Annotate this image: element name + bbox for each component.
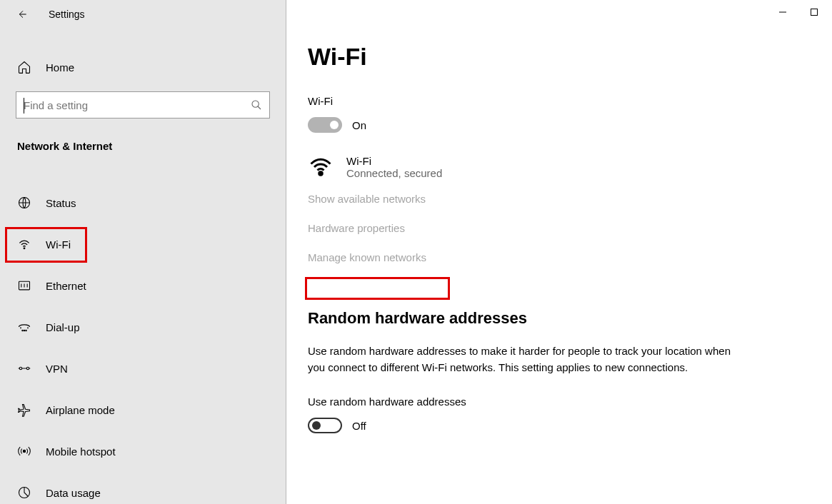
random-hw-toggle[interactable] (308, 418, 342, 433)
svg-point-5 (24, 330, 24, 331)
back-icon[interactable] (17, 9, 29, 20)
network-name: Wi-Fi (346, 155, 442, 167)
wifi-toggle-state: On (352, 119, 366, 131)
airplane-icon (17, 403, 31, 417)
home-icon (17, 60, 31, 74)
status-icon (17, 196, 31, 210)
window-controls (765, 0, 832, 24)
random-hw-toggle-label: Use random hardware addresses (308, 395, 736, 408)
toggle-knob (312, 421, 321, 430)
nav-item-label: Wi-Fi (46, 238, 71, 251)
network-status-text: Connected, secured (346, 167, 442, 179)
toggle-knob (330, 121, 339, 129)
svg-point-6 (26, 330, 26, 331)
nav-list: Status Wi-Fi Ethernet D (0, 182, 286, 504)
link-manage-known-networks[interactable]: Manage known networks (308, 251, 426, 263)
svg-point-4 (22, 330, 23, 331)
random-hw-toggle-state: Off (352, 420, 366, 432)
nav-item-ethernet[interactable]: Ethernet (0, 265, 286, 306)
random-hw-title: Random hardware addresses (308, 309, 736, 328)
link-show-available[interactable]: Show available networks (308, 193, 426, 205)
svg-point-0 (252, 101, 259, 107)
nav-item-label: Dial-up (46, 321, 80, 333)
svg-point-9 (23, 450, 25, 452)
nav-item-label: VPN (46, 363, 68, 375)
category-header: Network & Internet (0, 126, 286, 166)
random-hw-toggle-row: Off (308, 418, 736, 433)
nav-item-dialup[interactable]: Dial-up (0, 306, 286, 348)
nav-item-data[interactable]: Data usage (0, 472, 286, 504)
wifi-section-label: Wi-Fi (308, 95, 736, 107)
nav-item-hotspot[interactable]: Mobile hotspot (0, 430, 286, 472)
vpn-icon (17, 361, 31, 376)
titlebar: Settings (0, 0, 286, 29)
wifi-toggle-row: On (308, 117, 736, 133)
nav-home[interactable]: Home (0, 50, 286, 84)
text-cursor (24, 98, 24, 114)
nav-home-label: Home (46, 61, 74, 74)
current-network[interactable]: Wi-Fi Connected, secured (308, 154, 736, 180)
maximize-button[interactable] (809, 7, 819, 17)
main-content: Wi-Fi Wi-Fi On Wi-Fi Connected, secured … (286, 0, 832, 504)
nav-item-vpn[interactable]: VPN (0, 348, 286, 389)
nav-item-label: Data usage (46, 487, 101, 499)
data-usage-icon (17, 485, 31, 500)
minimize-button[interactable] (778, 7, 788, 17)
svg-rect-13 (811, 9, 818, 16)
nav-item-label: Status (46, 197, 76, 209)
wifi-toggle[interactable] (308, 117, 342, 133)
search-icon (251, 99, 262, 111)
wifi-signal-icon (308, 154, 334, 180)
nav-item-status[interactable]: Status (0, 182, 286, 223)
nav-item-label: Mobile hotspot (46, 445, 116, 458)
window-title: Settings (49, 9, 85, 20)
svg-point-8 (26, 367, 29, 369)
nav-item-label: Ethernet (46, 280, 86, 292)
nav-item-wifi[interactable]: Wi-Fi (0, 223, 286, 265)
hotspot-icon (17, 444, 31, 458)
ethernet-icon (17, 278, 31, 293)
search-input[interactable] (24, 99, 251, 111)
nav-item-airplane[interactable]: Airplane mode (0, 389, 286, 430)
search-box[interactable] (16, 91, 270, 119)
nav-item-label: Airplane mode (46, 404, 115, 416)
page-title: Wi-Fi (308, 43, 736, 71)
sidebar: Settings Home Network & Internet Status (0, 0, 286, 504)
svg-point-2 (24, 248, 25, 249)
random-hw-description: Use random hardware addresses to make it… (308, 343, 736, 376)
svg-point-7 (19, 367, 21, 369)
svg-point-11 (319, 172, 323, 176)
dialup-icon (17, 320, 31, 334)
wifi-icon (17, 237, 31, 251)
link-hardware-properties[interactable]: Hardware properties (308, 222, 405, 234)
